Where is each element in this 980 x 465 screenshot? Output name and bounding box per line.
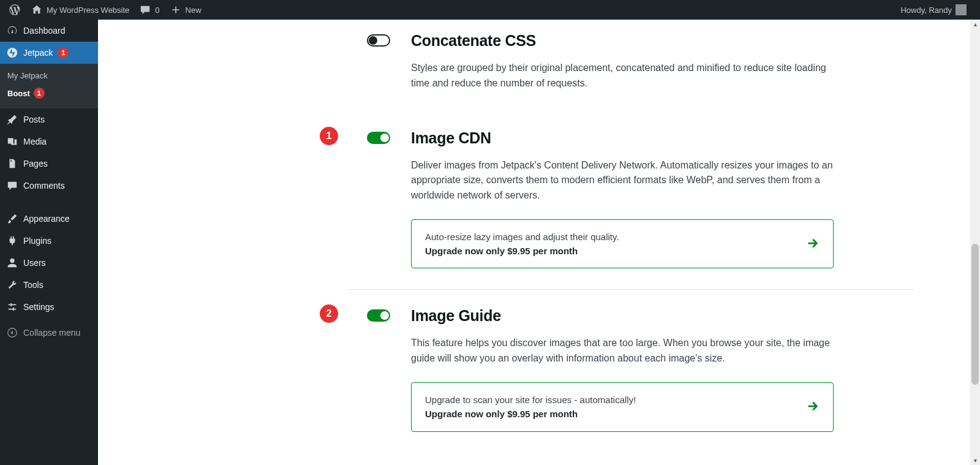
upgrade-line-2: Upgrade now only $9.95 per month (425, 407, 636, 421)
new-content-link[interactable]: New (165, 0, 206, 20)
upgrade-box-image-guide[interactable]: Upgrade to scan your site for issues - a… (411, 382, 834, 432)
jetpack-icon (6, 47, 18, 59)
setting-description: Styles are grouped by their original pla… (411, 61, 834, 91)
sidebar-label: Plugins (23, 236, 51, 246)
media-icon (6, 135, 18, 148)
admin-sidebar: Dashboard Jetpack 1 My Jetpack Boost1 Po… (0, 20, 98, 465)
sidebar-item-tools[interactable]: Tools (0, 274, 98, 296)
label: My Jetpack (7, 71, 48, 80)
plus-icon (170, 4, 182, 16)
toggle-image-guide[interactable] (367, 309, 390, 322)
comments-count: 0 (155, 6, 159, 15)
scroll-up-icon: ▴ (974, 21, 977, 28)
gauge-icon (6, 25, 18, 37)
sidebar-label: Users (23, 258, 46, 268)
comments-link[interactable]: 0 (134, 0, 164, 20)
setting-title: Concatenate CSS (411, 32, 914, 50)
scrollbar-thumb[interactable] (971, 244, 979, 385)
avatar (956, 4, 967, 15)
site-name-text: My WordPress Website (47, 6, 129, 15)
sidebar-item-users[interactable]: Users (0, 252, 98, 274)
annotation-1: 1 (320, 127, 338, 145)
sidebar-label: Jetpack (23, 48, 53, 58)
sidebar-label: Pages (23, 159, 48, 168)
sidebar-subitem-my-jetpack[interactable]: My Jetpack (0, 67, 98, 84)
home-icon (31, 4, 43, 16)
upgrade-box-image-cdn[interactable]: Auto-resize lazy images and adjust their… (411, 219, 834, 269)
badge: 1 (58, 47, 69, 58)
comment-icon (139, 4, 151, 16)
plug-icon (6, 235, 18, 247)
setting-row-image-guide: 2 Image Guide This feature helps you dis… (347, 289, 914, 452)
sidebar-item-settings[interactable]: Settings (0, 296, 98, 318)
page-icon (6, 157, 18, 170)
sidebar-label: Appearance (23, 214, 70, 224)
svg-point-0 (7, 48, 17, 58)
setting-row-image-cdn: 1 Image CDN Deliver images from Jetpack'… (347, 112, 914, 290)
sidebar-item-plugins[interactable]: Plugins (0, 230, 98, 252)
howdy-text: Howdy, Randy (900, 6, 952, 15)
upgrade-line-2: Upgrade now only $9.95 per month (425, 244, 619, 258)
sidebar-label: Media (23, 137, 47, 146)
toggle-image-cdn[interactable] (367, 132, 390, 144)
sidebar-label: Collapse menu (23, 328, 80, 338)
annotation-2: 2 (320, 304, 338, 323)
sidebar-subitem-boost[interactable]: Boost1 (0, 84, 98, 102)
scrollbar[interactable]: ▴ ▾ (970, 20, 980, 465)
setting-row-concatenate-css: Concatenate CSS Styles are grouped by th… (347, 26, 914, 112)
content-area: Concatenate CSS Styles are grouped by th… (98, 20, 970, 465)
user-icon (6, 257, 18, 269)
setting-description: This feature helps you discover images t… (411, 336, 834, 366)
sidebar-label: Dashboard (23, 26, 66, 36)
wp-logo-menu[interactable] (4, 0, 26, 20)
sidebar-item-media[interactable]: Media (0, 130, 98, 153)
scroll-down-icon: ▾ (974, 457, 977, 464)
label: Boost (7, 89, 30, 98)
new-label: New (186, 6, 202, 15)
sidebar-item-jetpack[interactable]: Jetpack 1 (0, 42, 98, 64)
setting-title: Image CDN (411, 129, 914, 147)
sidebar-item-collapse[interactable]: Collapse menu (0, 322, 98, 344)
sidebar-item-posts[interactable]: Posts (0, 108, 98, 130)
sidebar-label: Posts (23, 115, 45, 124)
upgrade-line-1: Auto-resize lazy images and adjust their… (425, 230, 619, 244)
sidebar-label: Comments (23, 181, 65, 191)
upgrade-line-1: Upgrade to scan your site for issues - a… (425, 393, 636, 407)
arrow-right-icon (806, 236, 820, 252)
sliders-icon (6, 301, 18, 313)
comment-icon (6, 180, 18, 192)
admin-toolbar: My WordPress Website 0 New Howdy, Randy (0, 0, 980, 20)
setting-description: Deliver images from Jetpack's Content De… (411, 158, 834, 203)
brush-icon (6, 213, 18, 225)
toggle-concatenate-css[interactable] (367, 34, 390, 47)
sidebar-item-comments[interactable]: Comments (0, 175, 98, 197)
my-account-link[interactable]: Howdy, Randy (895, 0, 971, 20)
badge: 1 (34, 88, 45, 99)
setting-title: Image Guide (411, 307, 914, 325)
sidebar-label: Settings (23, 302, 55, 312)
wrench-icon (6, 279, 18, 291)
site-name-link[interactable]: My WordPress Website (26, 0, 134, 20)
arrow-right-icon (806, 399, 820, 415)
sidebar-label: Tools (23, 280, 43, 290)
sidebar-item-dashboard[interactable]: Dashboard (0, 20, 98, 42)
sidebar-item-pages[interactable]: Pages (0, 153, 98, 175)
collapse-icon (6, 327, 18, 339)
sidebar-submenu-jetpack: My Jetpack Boost1 (0, 64, 98, 108)
sidebar-item-appearance[interactable]: Appearance (0, 208, 98, 230)
wordpress-logo-icon (9, 4, 21, 16)
pin-icon (6, 113, 18, 126)
